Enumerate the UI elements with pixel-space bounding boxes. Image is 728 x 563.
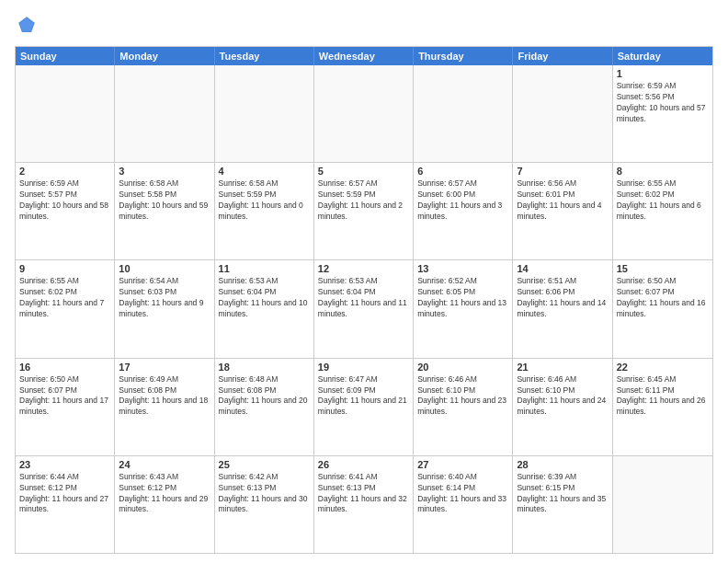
day-info: Sunrise: 6:40 AM Sunset: 6:14 PM Dayligh…: [417, 472, 508, 516]
page: SundayMondayTuesdayWednesdayThursdayFrid…: [0, 0, 728, 563]
calendar-row-3: 16Sunrise: 6:50 AM Sunset: 6:07 PM Dayli…: [16, 358, 712, 455]
day-info: Sunrise: 6:39 AM Sunset: 6:15 PM Dayligh…: [517, 472, 608, 516]
day-cell-empty-0-2: [215, 65, 314, 162]
day-number: 25: [219, 459, 310, 470]
day-info: Sunrise: 6:59 AM Sunset: 5:57 PM Dayligh…: [19, 178, 110, 223]
day-cell-18: 18Sunrise: 6:48 AM Sunset: 6:08 PM Dayli…: [215, 359, 314, 455]
calendar-header: SundayMondayTuesdayWednesdayThursdayFrid…: [16, 47, 712, 65]
day-info: Sunrise: 6:46 AM Sunset: 6:10 PM Dayligh…: [417, 374, 508, 419]
day-info: Sunrise: 6:51 AM Sunset: 6:06 PM Dayligh…: [517, 276, 608, 320]
day-cell-25: 25Sunrise: 6:42 AM Sunset: 6:13 PM Dayli…: [215, 456, 314, 553]
day-number: 9: [19, 263, 110, 274]
day-cell-12: 12Sunrise: 6:53 AM Sunset: 6:04 PM Dayli…: [314, 260, 414, 357]
day-number: 21: [517, 362, 608, 373]
header-day-sunday: Sunday: [16, 47, 115, 65]
day-number: 23: [19, 459, 110, 470]
day-number: 6: [417, 166, 508, 177]
day-number: 10: [119, 263, 210, 274]
day-number: 18: [219, 362, 310, 373]
day-cell-7: 7Sunrise: 6:56 AM Sunset: 6:01 PM Daylig…: [513, 163, 612, 259]
day-number: 17: [119, 362, 210, 373]
day-cell-27: 27Sunrise: 6:40 AM Sunset: 6:14 PM Dayli…: [414, 456, 513, 553]
day-number: 20: [417, 362, 508, 373]
day-info: Sunrise: 6:58 AM Sunset: 5:59 PM Dayligh…: [219, 178, 310, 223]
day-cell-10: 10Sunrise: 6:54 AM Sunset: 6:03 PM Dayli…: [115, 260, 214, 357]
calendar: SundayMondayTuesdayWednesdayThursdayFrid…: [15, 46, 713, 554]
calendar-row-1: 2Sunrise: 6:59 AM Sunset: 5:57 PM Daylig…: [16, 162, 712, 259]
logo: [15, 15, 39, 39]
calendar-row-2: 9Sunrise: 6:55 AM Sunset: 6:02 PM Daylig…: [16, 259, 712, 357]
day-number: 11: [219, 263, 310, 274]
calendar-row-4: 23Sunrise: 6:44 AM Sunset: 6:12 PM Dayli…: [16, 455, 712, 553]
day-cell-20: 20Sunrise: 6:46 AM Sunset: 6:10 PM Dayli…: [414, 359, 513, 455]
day-cell-15: 15Sunrise: 6:50 AM Sunset: 6:07 PM Dayli…: [613, 260, 712, 357]
day-cell-6: 6Sunrise: 6:57 AM Sunset: 6:00 PM Daylig…: [414, 163, 513, 259]
day-cell-5: 5Sunrise: 6:57 AM Sunset: 5:59 PM Daylig…: [314, 163, 414, 259]
day-cell-24: 24Sunrise: 6:43 AM Sunset: 6:12 PM Dayli…: [115, 456, 214, 553]
day-cell-2: 2Sunrise: 6:59 AM Sunset: 5:57 PM Daylig…: [16, 163, 115, 259]
day-number: 24: [119, 459, 210, 470]
header: [15, 15, 713, 39]
header-day-thursday: Thursday: [414, 47, 513, 65]
day-number: 16: [19, 362, 110, 373]
day-number: 8: [617, 166, 709, 177]
day-info: Sunrise: 6:55 AM Sunset: 6:02 PM Dayligh…: [19, 276, 110, 320]
day-info: Sunrise: 6:49 AM Sunset: 6:08 PM Dayligh…: [119, 374, 210, 419]
day-info: Sunrise: 6:57 AM Sunset: 5:59 PM Dayligh…: [318, 178, 409, 223]
day-cell-9: 9Sunrise: 6:55 AM Sunset: 6:02 PM Daylig…: [16, 260, 115, 357]
day-number: 1: [617, 68, 709, 79]
day-cell-4: 4Sunrise: 6:58 AM Sunset: 5:59 PM Daylig…: [215, 163, 314, 259]
day-cell-13: 13Sunrise: 6:52 AM Sunset: 6:05 PM Dayli…: [414, 260, 513, 357]
day-info: Sunrise: 6:56 AM Sunset: 6:01 PM Dayligh…: [517, 178, 608, 223]
day-number: 2: [19, 166, 110, 177]
day-info: Sunrise: 6:50 AM Sunset: 6:07 PM Dayligh…: [617, 276, 709, 320]
day-cell-empty-0-0: [16, 65, 115, 162]
day-number: 7: [517, 166, 608, 177]
day-info: Sunrise: 6:54 AM Sunset: 6:03 PM Dayligh…: [119, 276, 210, 320]
day-cell-28: 28Sunrise: 6:39 AM Sunset: 6:15 PM Dayli…: [513, 456, 612, 553]
day-number: 22: [617, 362, 709, 373]
calendar-body: 1Sunrise: 6:59 AM Sunset: 5:56 PM Daylig…: [16, 65, 712, 553]
day-cell-23: 23Sunrise: 6:44 AM Sunset: 6:12 PM Dayli…: [16, 456, 115, 553]
day-info: Sunrise: 6:52 AM Sunset: 6:05 PM Dayligh…: [417, 276, 508, 320]
svg-marker-1: [20, 18, 34, 31]
day-number: 19: [318, 362, 409, 373]
day-number: 15: [617, 263, 709, 274]
day-cell-21: 21Sunrise: 6:46 AM Sunset: 6:10 PM Dayli…: [513, 359, 612, 455]
day-info: Sunrise: 6:55 AM Sunset: 6:02 PM Dayligh…: [617, 178, 709, 223]
day-cell-empty-0-3: [314, 65, 414, 162]
logo-icon: [17, 15, 37, 35]
day-info: Sunrise: 6:46 AM Sunset: 6:10 PM Dayligh…: [517, 374, 608, 419]
calendar-row-0: 1Sunrise: 6:59 AM Sunset: 5:56 PM Daylig…: [16, 65, 712, 162]
day-info: Sunrise: 6:48 AM Sunset: 6:08 PM Dayligh…: [219, 374, 310, 419]
day-number: 27: [417, 459, 508, 470]
day-cell-22: 22Sunrise: 6:45 AM Sunset: 6:11 PM Dayli…: [613, 359, 712, 455]
day-cell-26: 26Sunrise: 6:41 AM Sunset: 6:13 PM Dayli…: [314, 456, 414, 553]
day-number: 4: [219, 166, 310, 177]
day-number: 3: [119, 166, 210, 177]
day-cell-19: 19Sunrise: 6:47 AM Sunset: 6:09 PM Dayli…: [314, 359, 414, 455]
day-info: Sunrise: 6:57 AM Sunset: 6:00 PM Dayligh…: [417, 178, 508, 223]
day-number: 12: [318, 263, 409, 274]
header-day-monday: Monday: [115, 47, 214, 65]
day-info: Sunrise: 6:50 AM Sunset: 6:07 PM Dayligh…: [19, 374, 110, 419]
day-info: Sunrise: 6:45 AM Sunset: 6:11 PM Dayligh…: [617, 374, 709, 419]
day-cell-16: 16Sunrise: 6:50 AM Sunset: 6:07 PM Dayli…: [16, 359, 115, 455]
day-info: Sunrise: 6:58 AM Sunset: 5:58 PM Dayligh…: [119, 178, 210, 223]
day-number: 14: [517, 263, 608, 274]
day-info: Sunrise: 6:44 AM Sunset: 6:12 PM Dayligh…: [19, 472, 110, 516]
day-number: 5: [318, 166, 409, 177]
day-info: Sunrise: 6:53 AM Sunset: 6:04 PM Dayligh…: [318, 276, 409, 320]
day-cell-14: 14Sunrise: 6:51 AM Sunset: 6:06 PM Dayli…: [513, 260, 612, 357]
header-day-friday: Friday: [513, 47, 612, 65]
day-cell-1: 1Sunrise: 6:59 AM Sunset: 5:56 PM Daylig…: [613, 65, 712, 162]
day-cell-8: 8Sunrise: 6:55 AM Sunset: 6:02 PM Daylig…: [613, 163, 712, 259]
header-day-wednesday: Wednesday: [314, 47, 414, 65]
day-cell-3: 3Sunrise: 6:58 AM Sunset: 5:58 PM Daylig…: [115, 163, 214, 259]
day-number: 26: [318, 459, 409, 470]
day-cell-empty-4-6: [613, 456, 712, 553]
day-cell-17: 17Sunrise: 6:49 AM Sunset: 6:08 PM Dayli…: [115, 359, 214, 455]
header-day-tuesday: Tuesday: [215, 47, 314, 65]
day-cell-empty-0-1: [115, 65, 214, 162]
day-info: Sunrise: 6:41 AM Sunset: 6:13 PM Dayligh…: [318, 472, 409, 516]
